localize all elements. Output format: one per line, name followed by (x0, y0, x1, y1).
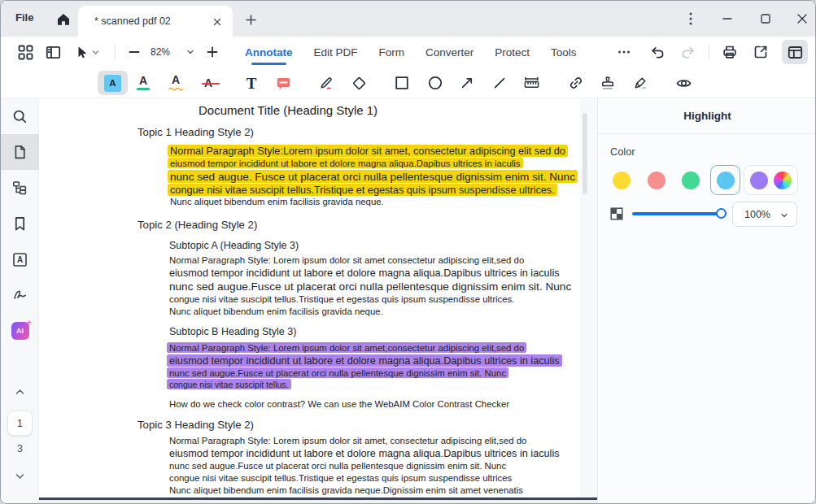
more-tools-button[interactable] (611, 40, 637, 64)
color-swatch-red[interactable] (648, 172, 665, 189)
home-icon (55, 11, 72, 28)
sidebar-bookmark-button[interactable] (1, 206, 39, 241)
note-line: How do we check color contrast? We can u… (169, 398, 580, 411)
layout-panel-button[interactable] (782, 40, 808, 64)
close-button[interactable] (793, 11, 811, 27)
sidebar-signature-button[interactable] (1, 277, 39, 313)
scrollbar-thumb[interactable] (583, 113, 587, 194)
maximize-button[interactable] (757, 11, 775, 27)
color-swatch-blue-selected[interactable] (710, 165, 740, 195)
file-menu[interactable]: File (15, 11, 33, 24)
ribbon-tabs: Annotate Edit PDF Form Converter Protect… (245, 37, 577, 67)
home-button[interactable] (55, 11, 72, 28)
doc-line: nunc sed augue.Fusce ut placerat orci nu… (169, 280, 580, 293)
current-page-input[interactable]: 1 (7, 411, 33, 436)
sidebar-thumbnails-button[interactable] (1, 134, 39, 170)
comment-icon (275, 75, 292, 92)
thumbnails-icon (11, 144, 28, 161)
highlight-annotation-yellow[interactable]: congue nisi vitae suscipit tellus.Tristi… (168, 184, 557, 196)
ellipse-tool-button[interactable] (421, 70, 449, 96)
arrow-icon (459, 75, 475, 91)
tab-annotate[interactable]: Annotate (245, 37, 293, 67)
squiggly-icon: A (172, 75, 180, 85)
opacity-slider[interactable] (632, 212, 722, 215)
measure-tool-button[interactable] (517, 70, 545, 96)
minimize-button[interactable] (718, 11, 736, 27)
sidebar-search-button[interactable] (1, 98, 39, 134)
divider (598, 133, 816, 134)
highlight-annotation-yellow[interactable]: nunc sed augue. Fusce ut placerat orci n… (168, 170, 578, 183)
grid-view-button[interactable] (12, 40, 38, 64)
select-tool-button[interactable] (69, 40, 103, 64)
color-swatch-yellow[interactable] (613, 172, 631, 189)
tab-form[interactable]: Form (379, 37, 405, 67)
tab-tools[interactable]: Tools (551, 37, 577, 67)
titlebar: File * scanned pdf 02 (1, 1, 815, 37)
redo-button[interactable] (675, 40, 701, 64)
opacity-dropdown[interactable]: 100% (732, 202, 797, 227)
paragraph-topic3: Normal Paragraph Style: Lorem ipsum dolo… (169, 435, 580, 497)
highlight-annotation-purple[interactable]: eiusmod tempor incididunt ut labore et d… (167, 354, 562, 367)
zoom-level[interactable]: 82% (151, 46, 170, 58)
sidebar-outline-button[interactable] (1, 170, 39, 206)
signature-tool-button[interactable] (626, 70, 654, 96)
pencil-tool-button[interactable] (312, 70, 340, 96)
tab-edit-pdf[interactable]: Edit PDF (314, 37, 358, 67)
arrow-tool-button[interactable] (453, 70, 481, 96)
line-tool-button[interactable] (486, 70, 513, 96)
maximize-icon (758, 11, 773, 26)
color-swatch-green[interactable] (682, 172, 700, 189)
document-tab[interactable]: * scanned pdf 02 (78, 6, 233, 37)
strikethrough-tool-button[interactable]: A (194, 70, 222, 96)
next-page-button[interactable] (14, 471, 26, 481)
highlight-annotation-yellow[interactable]: Normal Paragraph Style:Lorem ipsum dolor… (168, 145, 568, 157)
comment-tool-button[interactable] (269, 70, 297, 96)
document-viewport[interactable]: Document Title (Heading Style 1) Topic 1… (39, 98, 597, 504)
zoom-in-button[interactable] (201, 40, 224, 64)
squiggly-tool-button[interactable]: A (162, 70, 190, 96)
zoom-out-icon (128, 46, 141, 59)
left-sidebar: A AI+ 1 3 (1, 98, 39, 504)
highlight-annotation-purple[interactable]: nunc sed augue.Fusce ut placerat orci nu… (167, 367, 508, 378)
doc-line: nunc sed augue.Fusce ut placerat orci nu… (169, 460, 580, 472)
panel-title: Highlight (598, 98, 816, 133)
undo-button[interactable] (644, 40, 670, 64)
kebab-menu-icon (688, 11, 693, 27)
visibility-icon (675, 75, 692, 92)
tab-title: * scanned pdf 02 (94, 15, 171, 27)
tab-converter[interactable]: Converter (425, 37, 473, 67)
color-swatch-purple[interactable] (750, 172, 768, 189)
highlight-annotation-purple[interactable]: congue nisi vitae suscipit tellus. (167, 379, 291, 389)
document-title: Document Title (Heading Style 1) (199, 102, 580, 118)
print-button[interactable] (717, 40, 743, 64)
page-panel-button[interactable] (40, 40, 66, 64)
opacity-slider-handle[interactable] (716, 208, 727, 219)
app-menu-button[interactable] (682, 11, 700, 27)
rectangle-tool-button[interactable] (388, 70, 416, 96)
sidebar-annotations-button[interactable]: A (1, 241, 39, 277)
highlight-annotation-yellow[interactable]: eiusmod tempor incididunt ut labore et d… (168, 158, 523, 168)
color-wheel-icon[interactable] (774, 172, 792, 189)
doc-line: eiusmod tempor incididunt ut labore et d… (169, 447, 580, 460)
zoom-out-button[interactable] (123, 40, 146, 64)
highlight-annotation-purple[interactable]: Normal Paragraph Style: Lorem ipsum dolo… (167, 342, 526, 353)
new-tab-button[interactable] (243, 12, 258, 27)
eraser-tool-button[interactable] (345, 70, 373, 96)
previous-page-button[interactable] (14, 387, 26, 397)
zoom-dropdown-button[interactable] (180, 40, 201, 64)
ai-icon: AI+ (11, 322, 29, 340)
chevron-up-icon (15, 388, 25, 396)
export-button[interactable] (748, 40, 774, 64)
doc-line: congue nisi vitae suscipit tellus.Tristi… (169, 293, 580, 306)
stamp-tool-button[interactable] (594, 70, 622, 96)
visibility-tool-button[interactable] (670, 70, 697, 96)
strikethrough-bar (202, 83, 220, 85)
highlight-tool-button[interactable]: A (98, 71, 128, 95)
sidebar-ai-button[interactable]: AI+ (1, 313, 39, 349)
link-tool-button[interactable] (562, 70, 590, 96)
text-tool-button[interactable]: T (238, 70, 265, 96)
underline-tool-button[interactable]: A (129, 70, 157, 96)
layout-panel-icon (787, 44, 804, 61)
tab-protect[interactable]: Protect (495, 37, 530, 67)
close-tab-button[interactable] (212, 16, 223, 28)
